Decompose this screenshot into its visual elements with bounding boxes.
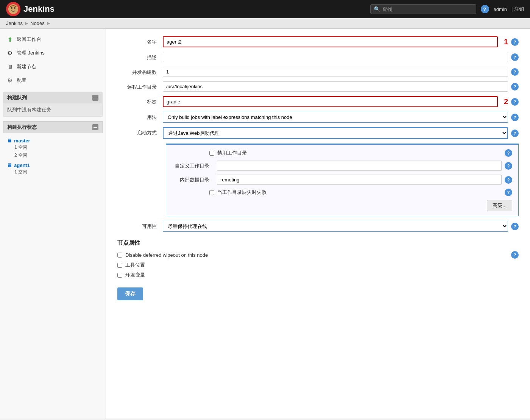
sidebar-label-manage: 管理 Jenkins [17,50,45,56]
prop-env-vars-checkbox[interactable] [117,273,122,278]
search-icon: 🔍 [374,6,380,12]
tags-annotation: 2 [504,97,508,106]
concurrent-field-wrapper: ? [163,67,519,77]
build-status-minimize-button[interactable]: — [92,124,98,130]
breadcrumb-nodes[interactable]: Nodes [30,20,45,26]
name-input[interactable] [163,36,498,47]
monitor-icon: 🖥 [6,63,14,70]
search-input[interactable] [382,6,473,12]
jenkins-logo[interactable]: Jenkins [6,2,55,16]
prop-tool-location-checkbox[interactable] [117,263,122,268]
concurrent-help-button[interactable]: ? [511,68,519,76]
build-queue-minimize-button[interactable]: — [92,95,98,101]
internal-data-dir-label: 内部数据目录 [172,176,214,183]
fail-missing-row: 当工作目录缺失时失败 ? [172,189,512,196]
fail-missing-checkbox[interactable] [209,190,214,195]
remote-dir-label: 远程工作目录 [117,81,163,91]
jenkins-title: Jenkins [23,4,55,14]
launch-label: 启动方式 [117,127,163,136]
tags-input[interactable] [163,96,498,107]
build-node-agent1: 🖥 agent1 1 空闲 [3,161,103,178]
usage-field-wrapper: Only build jobs with label expressions m… [163,112,519,123]
breadcrumb: Jenkins ▶ Nodes ▶ [0,18,530,29]
save-button[interactable]: 保存 [117,287,143,300]
breadcrumb-jenkins[interactable]: Jenkins [6,20,23,26]
monitor-icon-master: 🖥 [7,138,12,144]
sidebar-label-return: 返回工作台 [17,36,41,43]
concurrent-row: 并发构建数 ? [117,67,519,77]
agent1-slot-1: 1 空闲 [7,168,99,176]
fail-missing-label: 当工作目录缺失时失败 [217,189,267,196]
master-slot-1: 1 空闲 [7,144,99,151]
prop-disable-wipeout-checkbox[interactable] [117,253,122,258]
build-queue-empty-text: 队列中没有构建任务 [7,107,51,112]
launch-help-button[interactable]: ? [511,130,519,137]
usage-select[interactable]: Only build jobs with label expressions m… [163,112,508,123]
advanced-btn-wrapper: 高级... [172,200,512,211]
tags-label: 标签 [117,96,163,105]
svg-point-2 [14,7,16,9]
up-arrow-icon: ⬆ [6,36,14,43]
header-logout-link[interactable]: | 注销 [511,6,524,12]
availability-select[interactable]: 尽量保持代理在线 按需启动代理 [163,221,508,232]
monitor-icon-agent1: 🖥 [7,162,12,168]
concurrent-label: 并发构建数 [117,67,163,76]
agent1-node-link[interactable]: 🖥 agent1 [7,162,99,168]
advanced-button[interactable]: 高级... [487,200,512,211]
build-node-master: 🖥 master 1 空闲 2 空闲 [3,136,103,161]
internal-data-dir-help[interactable]: ? [505,176,512,184]
availability-row: 可用性 尽量保持代理在线 按需启动代理 ? [117,221,519,232]
build-status-content: 🖥 master 1 空闲 2 空闲 🖥 [3,133,103,181]
header-help-button[interactable]: ? [481,5,489,13]
header: Jenkins 🔍 ? admin | 注销 [0,0,530,18]
disable-workdir-label: 禁用工作目录 [217,150,247,156]
internal-data-dir-input[interactable] [217,175,502,185]
sidebar-item-return-workspace[interactable]: ⬆ 返回工作台 [0,33,106,46]
custom-workdir-help[interactable]: ? [505,162,512,170]
remote-dir-help-button[interactable]: ? [511,83,519,91]
name-label: 名字 [117,36,163,45]
usage-label: 用法 [117,112,163,121]
disable-workdir-checkbox[interactable] [209,151,214,156]
usage-help-button[interactable]: ? [511,114,519,121]
fail-missing-help[interactable]: ? [505,189,512,196]
prop-env-vars-label: 环境变量 [125,272,145,278]
name-field-wrapper: 1 ? [163,36,519,47]
build-queue-section: 构建队列 — 队列中没有构建任务 [3,92,103,117]
launch-row: 启动方式 通过Java Web启动代理 通过SSH启动代理 通过命令行启动代理 … [117,127,519,139]
availability-help-button[interactable]: ? [511,223,519,230]
prop-tool-location-label: 工具位置 [125,262,145,269]
concurrent-input[interactable] [163,67,508,77]
disable-workdir-help[interactable]: ? [505,149,512,157]
sidebar-item-configure[interactable]: ⚙ 配置 [0,73,106,87]
custom-workdir-input[interactable] [217,161,502,171]
tags-help-button[interactable]: ? [511,98,519,106]
desc-help-button[interactable]: ? [511,53,519,61]
node-properties-section: 节点属性 Disable deferred wipeout on this no… [117,239,519,300]
sidebar-item-manage-jenkins[interactable]: ⚙ 管理 Jenkins [0,46,106,60]
svg-point-1 [11,7,12,9]
sidebar-item-new-node[interactable]: 🖥 新建节点 [0,60,106,73]
custom-workdir-row: 自定义工作目录 ? [172,161,512,171]
prop-disable-wipeout-help[interactable]: ? [511,251,519,259]
main-layout: ⬆ 返回工作台 ⚙ 管理 Jenkins 🖥 新建节点 ⚙ 配置 构建队列 — … [0,29,530,418]
prop-tool-location-row: 工具位置 [117,262,519,269]
availability-field-wrapper: 尽量保持代理在线 按需启动代理 ? [163,221,519,232]
sidebar-label-new-node: 新建节点 [17,63,36,70]
remote-dir-input[interactable] [163,81,508,92]
desc-input[interactable] [163,52,508,62]
name-help-button[interactable]: ? [511,38,519,46]
jenkins-face-icon [8,4,19,14]
launch-subform-container: 禁用工作目录 ? 自定义工作目录 ? 内部数据目录 ? [117,144,519,216]
launch-select[interactable]: 通过Java Web启动代理 通过SSH启动代理 通过命令行启动代理 [163,127,508,139]
prop-disable-wipeout-label: Disable deferred wipeout on this node [125,252,208,258]
launch-field-wrapper: 通过Java Web启动代理 通过SSH启动代理 通过命令行启动代理 ? [163,127,519,139]
search-bar[interactable]: 🔍 [370,4,476,14]
remote-dir-field-wrapper: ? [163,81,519,92]
usage-row: 用法 Only build jobs with label expression… [117,112,519,123]
build-status-header: 构建执行状态 — [3,121,103,133]
master-node-link[interactable]: 🖥 master [7,138,99,144]
build-queue-header: 构建队列 — [3,92,102,103]
master-node-name: master [14,138,30,144]
prop-disable-wipeout-row: Disable deferred wipeout on this node ? [117,251,519,259]
